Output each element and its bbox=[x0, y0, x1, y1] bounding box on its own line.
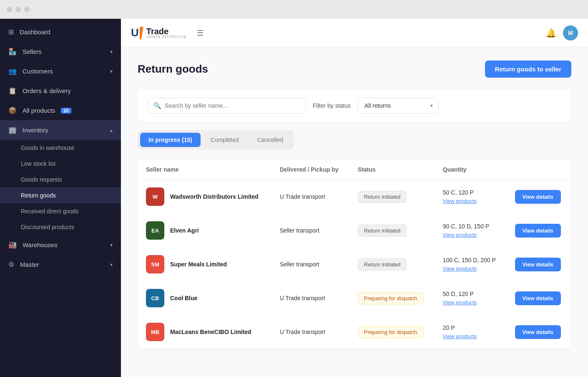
master-chevron-icon: ▾ bbox=[110, 262, 113, 268]
return-goods-table: Seller name Delivered / Pickup by Status… bbox=[138, 159, 571, 349]
view-details-button-4[interactable]: View details bbox=[515, 325, 561, 339]
quantity-value-3: 50 D, 120 P bbox=[443, 291, 474, 297]
sidebar: ⊞ Dashboard 🏪 Sellers ▾ 👥 Customers ▾ bbox=[0, 19, 121, 377]
view-products-link-4[interactable]: View products bbox=[443, 332, 498, 341]
cell-status-3: Preparing for dispatch bbox=[349, 281, 435, 315]
cell-status-4: Preparing for dispatch bbox=[349, 315, 435, 349]
submenu-low-stock-list[interactable]: Low stock list bbox=[0, 156, 121, 172]
submenu-goods-requests[interactable]: Goods requests bbox=[0, 172, 121, 187]
table-row: W Wadsworth Distributors Limited U Trade… bbox=[138, 180, 571, 214]
quantity-cell-1: 90 C, 10 D, 150 P View products bbox=[443, 222, 498, 239]
status-badge-1: Return initiated bbox=[358, 225, 407, 237]
sidebar-main-nav: ⊞ Dashboard 🏪 Sellers ▾ 👥 Customers ▾ bbox=[0, 19, 121, 278]
sidebar-item-inventory-label: Inventory bbox=[23, 127, 48, 134]
quantity-value-1: 90 C, 10 D, 150 P bbox=[443, 223, 489, 230]
titlebar bbox=[0, 0, 588, 19]
view-products-link-2[interactable]: View products bbox=[443, 265, 498, 273]
logo-area: U Trade ADMIN INTERFACE bbox=[131, 26, 187, 39]
submenu-received-direct-goods[interactable]: Received direct goods bbox=[0, 203, 121, 219]
allproducts-badge: 20 bbox=[61, 108, 71, 114]
quantity-cell-3: 50 D, 120 P View products bbox=[443, 290, 498, 307]
submenu-return-goods[interactable]: Return goods bbox=[0, 187, 121, 203]
cell-delivery-1: Seller transport bbox=[271, 214, 349, 248]
quantity-value-0: 50 C, 120 P bbox=[443, 189, 474, 196]
status-filter-select[interactable]: All returns Return initiated Preparing f… bbox=[357, 98, 439, 114]
titlebar-dot-3 bbox=[24, 7, 30, 12]
sellers-chevron-icon: ▾ bbox=[110, 49, 113, 55]
bell-icon[interactable]: 🔔 bbox=[546, 28, 556, 38]
sidebar-item-warehouses-left: 🏭 Warehouses bbox=[8, 241, 58, 249]
cell-quantity-4: 20 P View products bbox=[435, 315, 507, 349]
cell-delivery-4: U Trade transport bbox=[271, 315, 349, 349]
status-badge-0: Return initiated bbox=[358, 191, 407, 203]
sidebar-item-warehouses[interactable]: 🏭 Warehouses ▾ bbox=[0, 235, 121, 255]
view-details-button-3[interactable]: View details bbox=[515, 291, 561, 305]
table-row: CB Cool Blue U Trade transport Preparing… bbox=[138, 281, 571, 315]
seller-name-4: MacLeans BeneCIBO Limited bbox=[170, 329, 251, 335]
return-goods-to-seller-button[interactable]: Return goods to seller bbox=[485, 61, 571, 78]
cell-quantity-1: 90 C, 10 D, 150 P View products bbox=[435, 214, 507, 248]
sidebar-item-dashboard[interactable]: ⊞ Dashboard bbox=[0, 22, 121, 42]
cell-action-1: View details bbox=[507, 214, 571, 248]
cell-quantity-0: 50 C, 120 P View products bbox=[435, 180, 507, 214]
sellers-icon: 🏪 bbox=[8, 48, 17, 56]
cell-quantity-3: 50 D, 120 P View products bbox=[435, 281, 507, 315]
submenu-discounted-products-label: Discounted products bbox=[21, 224, 74, 230]
submenu-low-stock-list-label: Low stock list bbox=[21, 160, 55, 167]
main-content: U Trade ADMIN INTERFACE ☰ 🔔 M bbox=[121, 19, 588, 377]
col-delivered-by: Delivered / Pickup by bbox=[271, 159, 349, 180]
submenu-discounted-products[interactable]: Discounted products bbox=[0, 219, 121, 235]
titlebar-dot-1 bbox=[7, 7, 12, 12]
submenu-goods-in-warehouse-label: Goods in warehouse bbox=[21, 144, 74, 151]
sidebar-item-orders-label: Orders & delivery bbox=[23, 87, 71, 94]
sidebar-item-allproducts[interactable]: 📦 All products 20 bbox=[0, 101, 121, 120]
cell-delivery-3: U Trade transport bbox=[271, 281, 349, 315]
warehouses-icon: 🏭 bbox=[8, 241, 17, 249]
sidebar-item-customers-left: 👥 Customers bbox=[8, 67, 53, 75]
seller-cell-0: W Wadsworth Distributors Limited bbox=[146, 187, 263, 206]
view-details-button-0[interactable]: View details bbox=[515, 190, 561, 204]
seller-cell-1: EA Elven Agri bbox=[146, 221, 263, 240]
cell-delivery-2: Seller transport bbox=[271, 248, 349, 281]
logo-slash bbox=[140, 27, 144, 39]
table-container: Seller name Delivered / Pickup by Status… bbox=[138, 159, 571, 349]
sidebar-item-customers[interactable]: 👥 Customers ▾ bbox=[0, 61, 121, 81]
view-products-link-1[interactable]: View products bbox=[443, 231, 498, 239]
sidebar-item-orders[interactable]: 📋 Orders & delivery bbox=[0, 81, 121, 101]
submenu-goods-in-warehouse[interactable]: Goods in warehouse bbox=[0, 140, 121, 156]
tab-cancelled[interactable]: Cancelled bbox=[249, 133, 291, 147]
table-row: EA Elven Agri Seller transport Return in… bbox=[138, 214, 571, 248]
inventory-chevron-icon: ▴ bbox=[110, 127, 113, 133]
submenu-received-direct-goods-label: Received direct goods bbox=[21, 208, 79, 215]
quantity-cell-4: 20 P View products bbox=[443, 324, 498, 341]
orders-icon: 📋 bbox=[8, 87, 17, 95]
cell-action-2: View details bbox=[507, 248, 571, 281]
inventory-icon: 🏢 bbox=[8, 126, 17, 134]
hamburger-icon[interactable]: ☰ bbox=[197, 28, 204, 38]
col-quantity: Quantity bbox=[435, 159, 507, 180]
quantity-cell-2: 100 C, 150 D, 200 P View products bbox=[443, 256, 498, 273]
svg-rect-0 bbox=[140, 27, 143, 39]
tab-in-progress[interactable]: In progress (15) bbox=[140, 133, 201, 147]
cell-seller-3: CB Cool Blue bbox=[138, 281, 271, 315]
view-products-link-3[interactable]: View products bbox=[443, 299, 498, 307]
sidebar-item-sellers[interactable]: 🏪 Sellers ▾ bbox=[0, 42, 121, 61]
view-products-link-0[interactable]: View products bbox=[443, 197, 498, 205]
customers-chevron-icon: ▾ bbox=[110, 68, 113, 74]
user-avatar[interactable]: M bbox=[563, 25, 578, 40]
search-input[interactable] bbox=[148, 98, 306, 114]
sidebar-item-master[interactable]: ⚙ Master ▾ bbox=[0, 255, 121, 274]
cell-seller-0: W Wadsworth Distributors Limited bbox=[138, 180, 271, 214]
view-details-button-1[interactable]: View details bbox=[515, 224, 561, 238]
search-icon: 🔍 bbox=[153, 102, 161, 109]
seller-cell-4: MB MacLeans BeneCIBO Limited bbox=[146, 323, 263, 341]
table-header: Seller name Delivered / Pickup by Status… bbox=[138, 159, 571, 180]
view-details-button-2[interactable]: View details bbox=[515, 258, 561, 271]
logo-subtitle: ADMIN INTERFACE bbox=[146, 35, 187, 39]
sidebar-item-warehouses-label: Warehouses bbox=[23, 241, 58, 248]
quantity-value-2: 100 C, 150 D, 200 P bbox=[443, 257, 496, 263]
submenu-goods-requests-label: Goods requests bbox=[21, 176, 62, 183]
sidebar-item-inventory[interactable]: 🏢 Inventory ▴ bbox=[0, 120, 121, 140]
topbar-left: U Trade ADMIN INTERFACE ☰ bbox=[131, 26, 204, 39]
tab-completed[interactable]: Completed bbox=[202, 133, 247, 147]
